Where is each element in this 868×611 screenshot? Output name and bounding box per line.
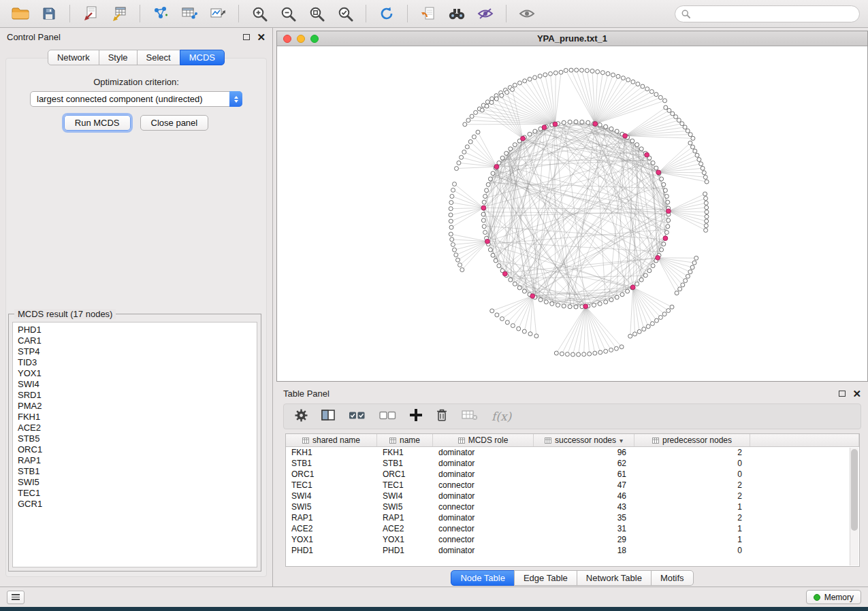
mcds-result-list[interactable]: PHD1CAR1STP4TID3YOX1SWI4SRD1PMA2FKH1ACE2… [12, 322, 257, 567]
tab-network[interactable]: Network [48, 50, 99, 65]
mcds-result-item[interactable]: STB1 [18, 466, 257, 477]
filter-button[interactable] [473, 3, 498, 24]
column-header-mcds-role[interactable]: MCDS role [433, 434, 534, 446]
mcds-result-item[interactable]: STB5 [18, 433, 257, 444]
zoom-out-button[interactable] [276, 3, 300, 24]
table-mode-button[interactable] [295, 409, 308, 425]
tab-select[interactable]: Select [137, 50, 180, 65]
column-header-name[interactable]: name [377, 434, 433, 446]
mcds-result-item[interactable]: TID3 [18, 357, 257, 368]
memory-button[interactable]: Memory [806, 590, 861, 604]
export-image-button[interactable] [206, 3, 230, 24]
mcds-result-item[interactable]: STP4 [18, 346, 257, 357]
mcds-result-item[interactable]: SWI4 [18, 379, 257, 390]
close-window-icon[interactable] [283, 35, 291, 43]
unselect-all-button[interactable] [379, 410, 396, 423]
table-cell: 1 [634, 523, 750, 534]
toolbar-separator [140, 5, 140, 22]
network-table-button[interactable] [177, 3, 202, 24]
mcds-result-item[interactable]: PHD1 [18, 325, 257, 335]
show-columns-button[interactable] [321, 410, 335, 423]
table-row[interactable]: RAP1RAP1dominator352 [286, 512, 859, 523]
delete-column-button[interactable] [436, 408, 448, 425]
tab-node-table[interactable]: Node Table [451, 570, 515, 586]
tab-motifs[interactable]: Motifs [651, 570, 694, 586]
control-panel: Control Panel ✕ Network Style Select MCD… [0, 28, 273, 587]
float-table-panel-icon[interactable] [839, 391, 846, 397]
mcds-result-item[interactable]: YOX1 [18, 368, 257, 379]
zoom-selected-button[interactable] [333, 3, 357, 24]
criterion-dropdown[interactable]: largest connected component (undirected) [30, 91, 242, 107]
maximize-window-icon[interactable] [310, 35, 319, 43]
import-table-button[interactable] [107, 3, 131, 24]
table-row[interactable]: ORC1ORC1dominator610 [286, 469, 859, 480]
column-header-shared-name[interactable]: shared name [286, 434, 377, 446]
table-row[interactable]: ACE2ACE2connector311 [286, 523, 859, 534]
network-graph-svg[interactable] [277, 46, 867, 381]
new-network-button[interactable] [148, 3, 173, 24]
import-table-icon [112, 6, 127, 21]
mcds-result-item[interactable]: GCR1 [18, 499, 257, 510]
close-panel-icon[interactable]: ✕ [257, 32, 266, 42]
tab-style[interactable]: Style [99, 50, 138, 65]
table-cell: STB1 [377, 458, 433, 469]
table-cell [750, 512, 859, 523]
zoom-fit-button[interactable] [304, 3, 329, 24]
mcds-result-item[interactable]: SWI5 [18, 477, 257, 488]
show-details-button[interactable] [515, 3, 539, 24]
table-row[interactable]: PHD1PHD1dominator180 [286, 545, 859, 556]
mcds-result-item[interactable]: ORC1 [18, 444, 257, 455]
task-history-button[interactable] [7, 591, 25, 604]
tab-network-table[interactable]: Network Table [577, 570, 652, 586]
column-header-predecessor-nodes[interactable]: predecessor nodes [634, 434, 750, 446]
table-row[interactable]: STB1STB1dominator620 [286, 458, 859, 469]
zoom-in-button[interactable] [247, 3, 272, 24]
table-cell: SWI4 [286, 491, 377, 501]
save-session-button[interactable] [37, 3, 61, 24]
close-table-panel-icon[interactable]: ✕ [852, 389, 861, 399]
table-cell: 43 [534, 501, 634, 512]
copy-document-button[interactable] [416, 3, 440, 24]
tab-mcds[interactable]: MCDS [180, 50, 225, 65]
table-row[interactable]: SWI4SWI4dominator462 [286, 491, 859, 501]
tab-edge-table[interactable]: Edge Table [514, 570, 577, 586]
table-cell: PHD1 [377, 545, 433, 556]
add-column-button[interactable] [410, 409, 422, 424]
mcds-result-item[interactable]: TEC1 [18, 488, 257, 499]
import-network-button[interactable] [78, 3, 103, 24]
network-window-titlebar[interactable]: YPA_prune.txt_1 [277, 31, 867, 46]
columns-icon [321, 410, 335, 420]
mcds-result-item[interactable]: SRD1 [18, 390, 257, 401]
close-panel-button[interactable]: Close panel [140, 115, 209, 131]
table-row[interactable]: TEC1TEC1connector472 [286, 480, 859, 491]
mcds-result-item[interactable]: PMA2 [18, 401, 257, 412]
function-builder-button[interactable]: f(x) [492, 410, 511, 423]
minimize-window-icon[interactable] [297, 35, 305, 43]
table-row[interactable]: YOX1YOX1connector291 [286, 534, 859, 545]
zoom-out-icon [280, 6, 296, 22]
run-mcds-button[interactable]: Run MCDS [64, 115, 131, 131]
column-header-successor-nodes[interactable]: successor nodes ▾ [534, 434, 634, 446]
float-panel-icon[interactable] [243, 34, 250, 40]
refresh-layout-button[interactable] [374, 3, 399, 24]
table-scrollbar-thumb[interactable] [851, 449, 858, 531]
table-row[interactable]: FKH1FKH1dominator962 [286, 447, 859, 458]
zoom-fit-icon [309, 6, 325, 22]
table-scrollbar[interactable] [850, 448, 858, 565]
sort-chevron-icon[interactable]: ▾ [620, 437, 623, 444]
table-cell: 31 [534, 523, 634, 534]
search-input[interactable] [694, 9, 853, 19]
gear-icon [295, 409, 308, 422]
table-cell: RAP1 [377, 512, 433, 523]
table-cell: 0 [634, 469, 750, 480]
mcds-result-item[interactable]: CAR1 [18, 335, 257, 346]
mcds-result-item[interactable]: ACE2 [18, 423, 257, 433]
search-network-button[interactable] [445, 3, 469, 24]
column-header-empty [750, 434, 859, 446]
delete-table-button[interactable] [462, 410, 478, 423]
table-row[interactable]: SWI5SWI5connector431 [286, 501, 859, 512]
select-all-button[interactable] [349, 410, 366, 423]
mcds-result-item[interactable]: RAP1 [18, 455, 257, 466]
open-session-button[interactable] [8, 3, 33, 24]
mcds-result-item[interactable]: FKH1 [18, 412, 257, 423]
